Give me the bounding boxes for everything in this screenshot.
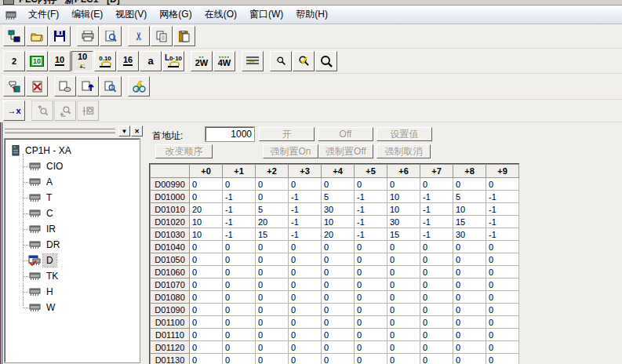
format-decimal-button[interactable]: 10 <box>49 51 71 71</box>
cell-D01060-+2[interactable]: 0 <box>256 266 289 278</box>
cell-D01070-+4[interactable]: 0 <box>322 278 355 291</box>
cell-D00990-+3[interactable]: 0 <box>289 178 322 191</box>
cell-D01130-+1[interactable]: 0 <box>223 354 256 364</box>
address-clear-button[interactable]: →x <box>3 100 25 121</box>
cell-D01030-+5[interactable]: -1 <box>355 228 387 241</box>
row-label-D01100[interactable]: D01100 <box>151 316 190 329</box>
row-label-D01030[interactable]: D01030 <box>151 228 190 241</box>
cell-D00990-+9[interactable]: 0 <box>486 178 519 191</box>
cell-D01130-+5[interactable]: 0 <box>355 354 387 364</box>
cell-D01010-+0[interactable]: 20 <box>190 203 223 216</box>
cell-D01090-+4[interactable]: 0 <box>322 304 355 316</box>
cell-D01010-+7[interactable]: -1 <box>420 203 453 216</box>
cell-D01100-+4[interactable]: 0 <box>322 316 355 329</box>
cell-D01010-+9[interactable]: -1 <box>486 203 519 216</box>
new-project-button[interactable] <box>3 26 25 46</box>
cell-D01120-+9[interactable]: 0 <box>486 341 519 354</box>
row-label-D01110[interactable]: D01110 <box>151 329 190 341</box>
cell-D01130-+3[interactable]: 0 <box>289 354 322 364</box>
cell-D01070-+8[interactable]: 0 <box>453 278 486 291</box>
copy-button[interactable] <box>151 26 173 46</box>
cell-D01080-+1[interactable]: 0 <box>223 291 256 304</box>
menu-item[interactable]: 帮助(H) <box>289 5 334 24</box>
cell-D01110-+4[interactable]: 0 <box>322 329 355 341</box>
cell-D01130-+4[interactable]: 0 <box>322 354 355 364</box>
cell-D01080-+9[interactable]: 0 <box>486 291 519 304</box>
cell-D01110-+7[interactable]: 0 <box>420 329 453 341</box>
cell-D01050-+7[interactable]: 0 <box>420 253 453 266</box>
cell-D01120-+0[interactable]: 0 <box>190 341 223 354</box>
cell-D01030-+6[interactable]: 15 <box>387 228 420 241</box>
tree-item-w[interactable]: W <box>20 300 139 315</box>
open-button[interactable] <box>26 26 48 46</box>
zoom-out-button[interactable] <box>270 51 292 71</box>
cell-D01070-+5[interactable]: 0 <box>355 278 387 291</box>
cell-D01040-+4[interactable]: 0 <box>322 241 355 253</box>
menu-item[interactable]: 窗口(W) <box>243 5 289 24</box>
monitor-prev-button[interactable] <box>31 100 53 121</box>
cell-D01000-+6[interactable]: 10 <box>387 191 420 203</box>
cell-D01020-+4[interactable]: 10 <box>322 216 355 228</box>
cell-D01110-+1[interactable]: 0 <box>223 329 256 341</box>
monitor-button[interactable] <box>128 76 150 96</box>
format-binary-button[interactable]: 2 <box>3 51 25 71</box>
cell-D01120-+2[interactable]: 0 <box>256 341 289 354</box>
cell-D01020-+0[interactable]: 10 <box>190 216 223 228</box>
set-off-button[interactable]: Off <box>318 127 373 141</box>
cell-D01080-+4[interactable]: 0 <box>322 291 355 304</box>
cell-D01040-+0[interactable]: 0 <box>190 241 223 253</box>
cell-D01110-+3[interactable]: 0 <box>289 329 322 341</box>
cell-D01030-+2[interactable]: 15 <box>256 228 289 241</box>
tree-item-h[interactable]: H <box>20 284 139 300</box>
cell-D01110-+0[interactable]: 0 <box>190 329 223 341</box>
format-text-button[interactable]: a <box>140 51 162 71</box>
cell-D01100-+5[interactable]: 0 <box>355 316 387 329</box>
cell-D01100-+6[interactable]: 0 <box>387 316 420 329</box>
menu-item[interactable]: 文件(F) <box>22 5 65 24</box>
menu-item[interactable]: 视图(V) <box>109 5 153 24</box>
cell-D01030-+0[interactable]: 10 <box>190 228 223 241</box>
row-label-D01080[interactable]: D01080 <box>151 291 190 304</box>
cell-D01060-+9[interactable]: 0 <box>486 266 519 278</box>
cell-D01060-+7[interactable]: 0 <box>420 266 453 278</box>
cell-D01130-+7[interactable]: 0 <box>420 354 453 364</box>
cell-D01000-+1[interactable]: -1 <box>223 191 256 203</box>
panel-close-button[interactable]: ✕ <box>131 126 143 136</box>
cell-D01010-+1[interactable]: -1 <box>223 203 256 216</box>
format-2word-button[interactable]: ▪▪2W <box>191 51 213 71</box>
cell-D01080-+3[interactable]: 0 <box>289 291 322 304</box>
cell-D01110-+8[interactable]: 0 <box>453 329 486 341</box>
save-button[interactable] <box>49 26 71 46</box>
cell-D01080-+0[interactable]: 0 <box>190 291 223 304</box>
cell-D01010-+8[interactable]: 10 <box>453 203 486 216</box>
cell-D01110-+9[interactable]: 0 <box>486 329 519 341</box>
cell-D01090-+2[interactable]: 0 <box>256 304 289 316</box>
row-label-D01060[interactable]: D01060 <box>151 266 190 278</box>
cell-D01100-+3[interactable]: 0 <box>289 316 322 329</box>
cell-D01030-+4[interactable]: 20 <box>322 228 355 241</box>
cell-D00990-+2[interactable]: 0 <box>256 178 289 191</box>
row-label-D01120[interactable]: D01120 <box>151 341 190 354</box>
cell-D01030-+9[interactable]: -1 <box>486 228 519 241</box>
cell-D01020-+3[interactable]: -1 <box>289 216 322 228</box>
cell-D01000-+9[interactable]: -1 <box>486 191 519 203</box>
cell-D01020-+5[interactable]: -1 <box>355 216 387 228</box>
start-address-input[interactable] <box>206 127 254 141</box>
cell-D01120-+8[interactable]: 0 <box>453 341 486 354</box>
cell-D01000-+5[interactable]: -1 <box>355 191 387 203</box>
tree-item-d[interactable]: D <box>20 253 139 268</box>
cell-D00990-+0[interactable]: 0 <box>190 178 223 191</box>
cell-D00990-+4[interactable]: 0 <box>322 178 355 191</box>
print-button[interactable] <box>77 26 99 46</box>
tree-item-t[interactable]: T <box>20 190 139 206</box>
cell-D01120-+5[interactable]: 0 <box>355 341 387 354</box>
tree-item-cio[interactable]: CIO <box>20 158 139 174</box>
cell-D00990-+6[interactable]: 0 <box>387 178 420 191</box>
force-on-button[interactable]: 强制置On <box>263 144 318 158</box>
cell-D01040-+2[interactable]: 0 <box>256 241 289 253</box>
force-cancel-button[interactable]: 强制取消 <box>376 144 431 158</box>
cell-D01060-+4[interactable]: 0 <box>322 266 355 278</box>
cell-D01060-+5[interactable]: 0 <box>355 266 387 278</box>
cell-D01000-+7[interactable]: -1 <box>420 191 453 203</box>
cell-D01000-+4[interactable]: 5 <box>322 191 355 203</box>
